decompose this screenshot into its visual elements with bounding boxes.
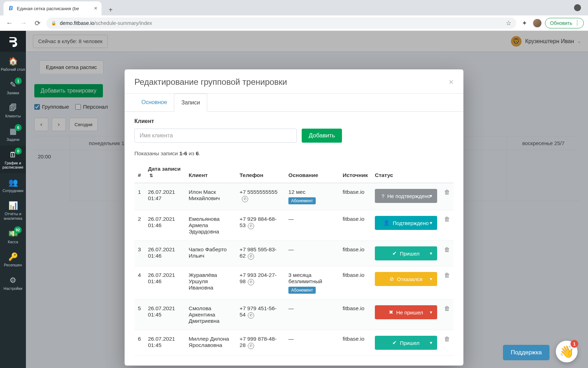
- status-dropdown[interactable]: ?Не подтверждено▼: [375, 189, 437, 203]
- col-source[interactable]: Источник: [339, 162, 371, 183]
- sidebar-badge: 1: [15, 77, 22, 84]
- sort-icon: ⇅: [149, 173, 153, 178]
- whatsapp-icon[interactable]: ✆: [248, 223, 254, 229]
- status-dropdown[interactable]: ✔Пришел▼: [375, 246, 437, 260]
- table-row: 2 26.07.202101:46 Емельянова Армела Эдуа…: [134, 210, 454, 241]
- cell-client: Илон Маск Михайлович: [185, 183, 236, 210]
- cell-phone: +7 979 451-56-54✆: [236, 300, 285, 330]
- col-phone[interactable]: Телефон: [236, 162, 285, 183]
- col-date[interactable]: Дата записи ⇅: [145, 162, 185, 183]
- sidebar-item-chart[interactable]: 📊 Отчёты и аналитика: [0, 196, 26, 224]
- delete-icon[interactable]: 🗑: [444, 272, 450, 279]
- status-dropdown[interactable]: 👤Подтверждено▼: [375, 216, 437, 230]
- bookmark-icon[interactable]: ☆: [506, 19, 511, 27]
- sidebar-item-pencil[interactable]: ✎ Заявки 1: [0, 75, 26, 99]
- delete-icon[interactable]: 🗑: [444, 189, 450, 196]
- status-dropdown[interactable]: ⊘Отказался▼: [375, 272, 437, 286]
- support-button[interactable]: Поддержка: [503, 345, 550, 360]
- url-host: demo.fitbase.io: [60, 20, 94, 26]
- window-control-icon[interactable]: [574, 4, 581, 11]
- status-dropdown[interactable]: ✖Не пришел▼: [375, 305, 437, 319]
- whatsapp-icon[interactable]: ✆: [248, 343, 254, 349]
- sidebar-item-gear[interactable]: ⚙ Настройки: [0, 271, 26, 294]
- cell-phone: +7 929 884-68-53✆: [236, 210, 285, 241]
- col-status[interactable]: Статус: [371, 162, 441, 183]
- browser-tab[interactable]: В Единая сетка расписания (be ×: [4, 1, 102, 15]
- sidebar-item-copy[interactable]: 🗐 Клиенты: [0, 98, 26, 122]
- cell-client: Миллер Дилона Ярославовна: [185, 330, 236, 356]
- status-icon: ✔: [392, 250, 397, 257]
- sidebar-item-label: Рабочий стол: [0, 67, 26, 72]
- sidebar-item-label: Сотрудники: [2, 189, 24, 193]
- cell-date: 26.07.202101:47: [145, 183, 185, 210]
- add-client-button[interactable]: Добавить: [302, 129, 342, 143]
- subscription-badge: Абонемент: [288, 197, 316, 204]
- tab-main[interactable]: Основное: [134, 94, 174, 111]
- sidebar-item-label: Задачи: [6, 137, 20, 142]
- new-tab-button[interactable]: +: [105, 4, 116, 15]
- chevron-down-icon: ▼: [429, 251, 433, 255]
- sidebar-item-cash[interactable]: 💵 Касса 92: [0, 224, 26, 248]
- sidebar-item-home[interactable]: 🏠 Рабочий стол: [0, 52, 26, 75]
- tab-title: Единая сетка расписания (be: [17, 6, 91, 11]
- delete-icon[interactable]: 🗑: [444, 305, 450, 312]
- copy-icon: 🗐: [9, 103, 17, 113]
- modal-close-icon[interactable]: ×: [449, 77, 454, 87]
- sidebar-badge: 92: [14, 226, 22, 233]
- delete-icon[interactable]: 🗑: [444, 336, 450, 342]
- col-number[interactable]: #: [134, 162, 145, 183]
- cell-date: 26.07.202101:46: [145, 210, 185, 241]
- cell-phone: +7 5555555555✆: [236, 183, 285, 210]
- whatsapp-icon[interactable]: ✆: [242, 196, 248, 202]
- delete-icon[interactable]: 🗑: [444, 246, 450, 253]
- help-wave-button[interactable]: 👋 1: [556, 341, 578, 362]
- cell-number: 3: [134, 241, 145, 266]
- whatsapp-icon[interactable]: ✆: [248, 253, 254, 260]
- sidebar-item-label: График и расписание: [0, 161, 26, 170]
- cell-source: fitbase.io: [339, 210, 371, 241]
- forward-button[interactable]: →: [18, 18, 29, 28]
- sidebar-item-calendar[interactable]: 🗓 График и расписание 0: [0, 145, 26, 173]
- table-row: 1 26.07.202101:47 Илон Маск Михайлович +…: [134, 183, 454, 210]
- chevron-down-icon: ▼: [429, 310, 433, 314]
- cell-source: fitbase.io: [339, 330, 371, 356]
- client-name-input[interactable]: [134, 129, 297, 143]
- col-basis[interactable]: Основание: [285, 162, 339, 183]
- cell-source: fitbase.io: [339, 266, 371, 300]
- sidebar-item-label: Заявки: [6, 91, 20, 95]
- sidebar-item-label: Касса: [7, 240, 19, 244]
- sidebar-item-users[interactable]: 👥 Сотрудники: [0, 173, 26, 197]
- url-path: /schedule-summary/index: [94, 20, 152, 26]
- subscription-badge: Абонемент: [288, 287, 316, 294]
- profile-avatar-icon[interactable]: [533, 19, 541, 27]
- close-tab-icon[interactable]: ×: [94, 5, 97, 12]
- reload-button[interactable]: ⟳: [32, 18, 43, 28]
- status-icon: ✖: [389, 309, 393, 315]
- update-button[interactable]: Обновить⋮: [545, 18, 584, 28]
- gear-icon: ⚙: [9, 276, 16, 285]
- delete-icon[interactable]: 🗑: [444, 216, 450, 223]
- col-client[interactable]: Клиент: [185, 162, 236, 183]
- table-row: 3 26.07.202101:46 Чапко Фаберто Ильич +7…: [134, 241, 454, 266]
- sidebar-item-key[interactable]: 🔑 Ресепшен: [0, 247, 26, 271]
- status-label: Подтверждено: [393, 220, 429, 226]
- help-badge: 1: [570, 340, 578, 348]
- favicon: В: [8, 5, 14, 12]
- key-icon: 🔑: [8, 252, 18, 261]
- back-button[interactable]: ←: [4, 18, 15, 28]
- sidebar-badge: 0: [15, 148, 22, 155]
- sidebar-item-label: Ресепшен: [3, 263, 23, 267]
- status-icon: ✔: [392, 340, 397, 346]
- whatsapp-icon[interactable]: ✆: [248, 312, 254, 319]
- status-dropdown[interactable]: ✔Пришел▼: [375, 336, 437, 350]
- app-logo[interactable]: [0, 31, 26, 52]
- cell-date: 26.07.202101:45: [145, 300, 185, 330]
- tab-records[interactable]: Записи: [174, 94, 207, 112]
- address-bar[interactable]: 🔒 demo.fitbase.io/schedule-summary/index…: [46, 18, 516, 29]
- cell-source: fitbase.io: [339, 300, 371, 330]
- lock-icon: 🔒: [51, 21, 56, 26]
- extensions-icon[interactable]: ✦: [520, 18, 530, 28]
- sidebar-item-tasks[interactable]: ▦ Задачи 6: [0, 122, 26, 145]
- users-icon: 👥: [8, 178, 18, 187]
- whatsapp-icon[interactable]: ✆: [248, 279, 254, 285]
